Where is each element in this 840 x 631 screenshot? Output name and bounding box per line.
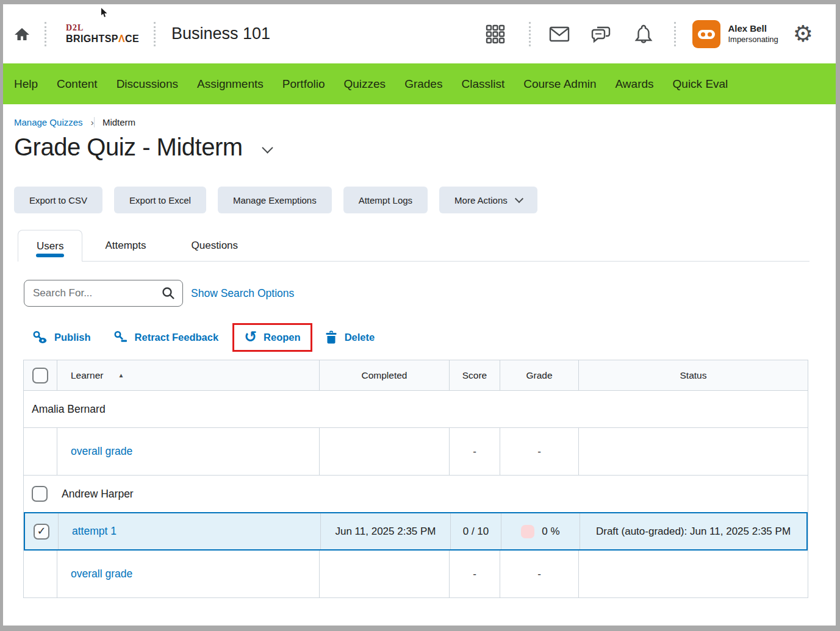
tab-label: Attempts [105,240,146,252]
overall-grade-link[interactable]: overall grade [71,568,132,580]
tab-questions[interactable]: Questions [169,230,261,261]
status-cell: Draft (auto-graded): Jun 11, 2025 2:35 P… [580,513,806,549]
nav-item-quizzes[interactable]: Quizzes [343,77,386,91]
breadcrumb-separator: › [91,117,95,127]
breadcrumb-manage-quizzes[interactable]: Manage Quizzes [14,117,83,127]
waffle-icon[interactable] [485,24,506,45]
search-wrap [24,280,183,307]
user-status: Impersonating [728,35,778,45]
nav-item-assignments[interactable]: Assignments [197,77,264,91]
browser-window: D2L BRIGHTSPΛCE Business 101 [0,0,840,631]
grade-value: - [537,568,541,580]
title-row: Grade Quiz - Midterm [14,134,836,161]
checkbox-cell [24,551,57,597]
grade-value: 0 % [542,526,559,538]
nav-item-content[interactable]: Content [57,77,98,91]
checkbox-cell [25,513,59,549]
attempt-logs-button[interactable]: Attempt Logs [343,187,428,213]
more-actions-label: More Actions [454,195,508,205]
nav-item-help[interactable]: Help [14,77,38,91]
tab-attempts[interactable]: Attempts [82,230,168,261]
learner-cell: attempt 1 [59,513,321,549]
search-row: Show Search Options [24,280,836,307]
manage-exemptions-button[interactable]: Manage Exemptions [218,187,332,213]
mail-icon[interactable] [549,26,570,42]
header-label: Score [462,370,487,381]
reopen-button[interactable]: ↺ Reopen [244,332,300,343]
top-header: D2L BRIGHTSPΛCE Business 101 [3,4,836,63]
chevron-down-icon[interactable] [262,142,273,153]
more-actions-button[interactable]: More Actions [439,187,537,213]
header-divider [154,22,156,46]
grade-table: Learner▲CompletedScoreGradeStatus Amalia… [23,360,808,598]
header-cell-status[interactable]: Status [579,360,808,390]
header-cell-learner[interactable]: Learner▲ [57,360,320,390]
score-cell: - [450,551,500,597]
brightspace-logo-text: BRIGHTSPΛCE [66,34,139,44]
reopen-highlight-box: ↺ Reopen [232,323,312,352]
completed-cell [320,428,450,475]
tab-users[interactable]: Users [18,230,82,262]
show-search-options-link[interactable]: Show Search Options [191,287,294,300]
learner-row-amalia-bernard: Amalia Bernard [24,391,808,428]
export-to-csv-button[interactable]: Export to CSV [14,187,102,213]
status-cell [579,551,808,597]
search-icon[interactable] [161,286,176,301]
nav-item-discussions[interactable]: Discussions [117,77,178,91]
publish-button[interactable]: Publish [32,330,91,344]
bulk-actions-row: Publish Retract Feedback ↺ Reopen Delete [32,320,836,354]
row-checkbox[interactable] [34,524,49,540]
tab-label: Questions [192,240,239,252]
score-cell: - [450,428,500,475]
completed-cell [320,551,450,597]
header-cell-grade[interactable]: Grade [500,360,579,390]
bell-icon[interactable] [634,24,653,45]
learner-cell: overall grade [57,428,320,475]
grade-status-dot [521,525,534,538]
breadcrumb-current: Midterm [102,117,135,127]
export-to-excel-button[interactable]: Export to Excel [114,187,206,213]
undo-icon: ↺ [244,330,257,343]
header-cell-completed[interactable]: Completed [320,360,450,390]
user-block[interactable]: Alex Bell Impersonating [728,23,778,45]
trash-icon [325,330,338,344]
header-divider [529,22,531,46]
key-eye-icon [32,330,48,344]
d2l-logo-text: D2L [66,24,139,32]
learner-cell: overall grade [57,551,320,597]
chat-icon[interactable] [590,24,612,45]
row-checkbox[interactable] [32,486,48,502]
header-label: Completed [362,370,407,381]
retract-feedback-button[interactable]: Retract Feedback [113,330,219,344]
score-cell: 0 / 10 [451,513,501,549]
gear-icon[interactable]: ⚙ [793,23,813,45]
attempt-1-link[interactable]: attempt 1 [72,525,117,538]
tab-label: Users [37,240,63,252]
brightspace-logo[interactable]: D2L BRIGHTSPΛCE [66,24,139,44]
overall-grade-link[interactable]: overall grade [71,445,132,458]
nav-item-course-admin[interactable]: Course Admin [523,77,596,91]
learner-row-andrew-harper: Andrew Harper [24,476,808,513]
header-divider [45,22,46,46]
user-name: Alex Bell [728,23,778,35]
attempt-row-overall-grade: overall grade-- [24,428,808,476]
delete-button[interactable]: Delete [325,330,375,344]
home-icon[interactable] [14,27,30,41]
checkbox-cell [24,428,57,475]
table-header-row: Learner▲CompletedScoreGradeStatus [24,360,808,391]
search-input[interactable] [24,280,183,307]
header-label: Learner [71,370,103,381]
select-all-checkbox[interactable] [32,368,48,383]
sort-asc-icon[interactable]: ▲ [118,372,124,379]
nav-item-portfolio[interactable]: Portfolio [282,77,325,91]
course-title: Business 101 [171,24,270,43]
nav-item-awards[interactable]: Awards [616,77,654,91]
mask-icon[interactable] [692,20,720,48]
header-cell-score[interactable]: Score [450,360,500,390]
active-tab-underline [36,254,64,257]
nav-item-grades[interactable]: Grades [404,77,442,91]
grade-cell: 0 % [501,513,580,549]
nav-item-quick-eval[interactable]: Quick Eval [673,77,728,91]
tabs-strip: UsersAttemptsQuestions [18,230,809,262]
nav-item-classlist[interactable]: Classlist [461,77,504,91]
